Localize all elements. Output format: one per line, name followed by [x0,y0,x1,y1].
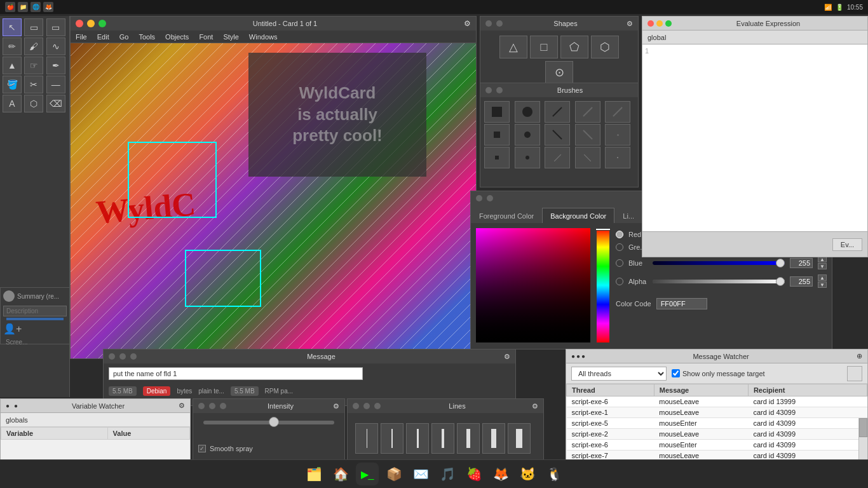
var-close-btn[interactable]: ● [6,402,10,409]
intensity-settings-icon[interactable]: ⚙ [333,402,339,410]
brush-square-lg[interactable] [484,101,510,123]
menu-go[interactable]: Go [117,33,132,41]
tool-scissors[interactable]: ✂ [24,76,43,93]
menu-font[interactable]: Font [196,33,215,41]
brush-circle-xs[interactable] [515,147,540,168]
tool-polygon[interactable]: ▲ [3,57,22,74]
brush-extra[interactable] [605,101,630,123]
green-radio[interactable] [616,243,623,251]
menu-objects[interactable]: Objects [163,33,191,41]
mw-settings-icon[interactable]: ⊕ [857,352,862,360]
brush-diag-a[interactable] [545,124,570,146]
lines-max-btn[interactable] [374,403,381,409]
tool-arrow[interactable]: ↖ [3,18,22,36]
tool-hand[interactable]: ☞ [24,57,43,74]
color-close-btn[interactable] [476,195,482,201]
canvas-content[interactable]: WyldC WyldCardis actuallypretty cool! [71,43,476,358]
blue-thumb[interactable] [776,259,785,268]
minimize-btn[interactable] [87,20,95,27]
brush-square-xs[interactable] [484,147,510,168]
mw-min-btn[interactable]: ● [576,353,580,360]
message-input[interactable] [109,367,363,380]
tool-text[interactable]: A [3,95,22,112]
app-icon-2[interactable]: 🦊 [43,2,53,12]
msg-scroll-thumb[interactable] [859,418,867,437]
tool-erase[interactable]: ⌫ [46,95,65,112]
settings-icon[interactable]: ⚙ [464,19,471,28]
tab-foreground[interactable]: Foreground Color [471,208,542,223]
var-settings-icon[interactable]: ⚙ [179,402,185,410]
apple-icon[interactable]: 🍎 [5,2,15,12]
intensity-thumb[interactable] [269,417,279,427]
line-item-3[interactable] [406,423,429,454]
shape-rect[interactable]: □ [530,36,558,58]
shapes-close-btn[interactable] [485,20,492,27]
alpha-radio[interactable] [616,278,623,285]
shapes-min-btn[interactable] [496,20,503,27]
alpha-thumb[interactable] [776,277,785,286]
tool-brush[interactable]: 🖌 [24,37,43,55]
eval-tab-global[interactable]: global [648,34,666,41]
taskbar-icon-package[interactable]: 📦 [383,463,405,485]
blue-radio[interactable] [616,259,623,267]
intensity-max-btn[interactable] [220,403,226,409]
alpha-value[interactable] [790,276,813,287]
menu-edit[interactable]: Edit [95,33,112,41]
eval-editor[interactable]: 1 [642,44,867,231]
hue-slider[interactable] [597,228,609,342]
show-target-checkbox[interactable] [672,369,680,377]
brushes-min-btn[interactable] [496,87,503,93]
eval-button[interactable]: Ev... [832,238,862,251]
shape-pentagon[interactable]: ⬠ [560,36,588,58]
alpha-decrement[interactable]: ▼ [818,281,827,288]
taskbar-icon-files[interactable]: 🗂️ [302,463,325,485]
taskbar-icon-cat[interactable]: 🐱 [516,463,539,485]
color-spectrum[interactable] [476,228,590,342]
brush-diag-b[interactable] [575,124,600,146]
line-item-6[interactable] [482,423,505,454]
app-icon-1[interactable]: 🌐 [31,2,41,12]
taskbar-icon-mail[interactable]: ✉️ [409,463,432,485]
tool-curve[interactable]: ∿ [46,37,65,55]
taskbar-icon-github[interactable]: 🐧 [543,463,566,485]
line-item-2[interactable] [381,423,403,454]
tool-hex[interactable]: ⬡ [24,95,43,112]
taskbar-icon-firefox[interactable]: 🦊 [489,463,512,485]
line-item-1[interactable] [355,423,378,454]
smooth-spray-checkbox[interactable]: ✓ [198,445,206,452]
red-radio[interactable] [616,231,623,238]
close-btn[interactable] [76,20,83,27]
brush-dot[interactable] [605,124,630,146]
maximize-btn[interactable] [98,20,106,27]
eval-close-btn[interactable] [648,20,654,27]
trash-button[interactable]: 🗑 [847,366,862,381]
eval-max-btn[interactable] [665,20,672,27]
tab-background[interactable]: Background Color [542,208,614,223]
menu-file[interactable]: File [73,33,90,41]
lines-min-btn[interactable] [363,403,370,409]
tool-pencil[interactable]: ✏ [3,37,22,55]
brush-pixel[interactable] [605,147,630,168]
brush-line-a[interactable] [545,101,570,123]
add-person-icon[interactable]: 👤+ [3,323,67,335]
msg-min-btn[interactable] [119,353,126,360]
menu-windows[interactable]: Windows [247,33,280,41]
tool-fill[interactable]: 🪣 [3,76,22,93]
alpha-track[interactable] [653,280,785,283]
line-item-7[interactable] [508,423,531,454]
shape-octagon[interactable]: ⊙ [545,61,573,84]
shape-hexagon[interactable]: ⬡ [591,36,619,58]
var-min-btn[interactable]: ● [14,402,18,409]
mw-close-btn[interactable]: ● [571,353,575,360]
shape-triangle[interactable]: △ [499,36,527,58]
line-item-5[interactable] [457,423,480,454]
color-code-input[interactable] [656,298,707,309]
tool-pen[interactable]: ✒ [46,57,65,74]
brush-line-b[interactable] [575,101,600,123]
eval-min-btn[interactable] [656,20,663,27]
intensity-track[interactable] [203,421,334,424]
taskbar-icon-terminal[interactable]: ▶_ [356,463,379,485]
menu-style[interactable]: Style [220,33,241,41]
tool-line[interactable]: — [46,76,65,93]
lines-settings-icon[interactable]: ⚙ [532,402,538,410]
